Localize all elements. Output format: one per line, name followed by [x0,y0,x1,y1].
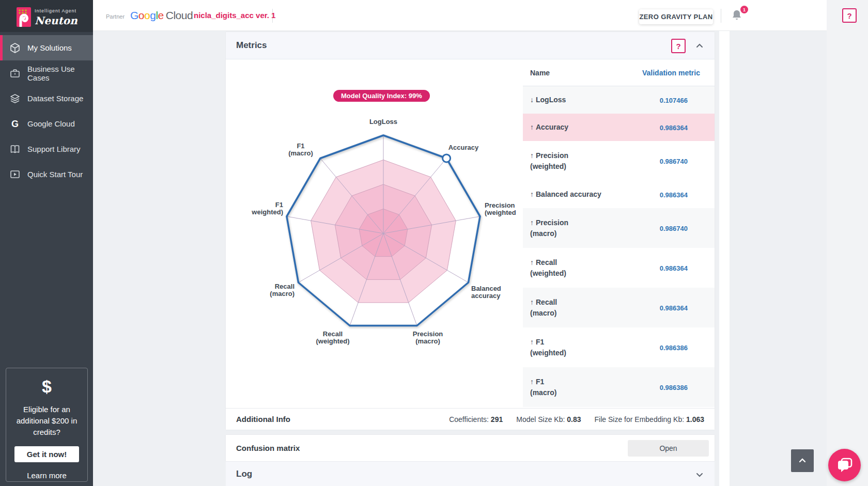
arrow-up-icon: ↑ [530,123,534,131]
radar-axis-label: Recall [323,330,343,338]
radar-axis-label: Balanced [471,285,501,292]
metrics-help-button[interactable]: ? [671,39,686,53]
metric-row: ↑F1(macro)0.986386 [523,367,715,407]
arrow-up-icon: ↑ [530,151,534,160]
notification-badge: 1 [740,6,748,13]
sidebar-item-quick-start-tour[interactable]: Quick Start Tour [0,162,93,187]
metric-row: ↑Recall(macro)0.986364 [523,288,715,327]
radar-axis-label: F1 [275,201,283,209]
neuton-logo[interactable]: Intelligent Agent Neuton [0,0,93,32]
radar-axis-label: weighted) [251,208,283,216]
confusion-matrix-panel: Confusion matrix Open [226,435,715,461]
metric-row: ↑Accuracy0.986364 [523,114,715,141]
brand-tagline: Intelligent Agent [35,8,78,13]
sidebar-nav: My Solutions Business Use Cases Dataset … [0,35,93,187]
sidebar-item-label: Business Use Cases [27,65,93,82]
radar-axis-label: (macro) [415,337,440,345]
dollar-icon: $ [6,377,87,397]
promo-message: Eligible for an additional $200 in credi… [6,397,87,438]
metric-value: 0.986364 [660,191,688,198]
metrics-panel: Metrics ? Model Quality Index: 99% LogLo… [226,32,715,430]
chat-widget-button[interactable] [828,449,861,481]
zero-gravity-plan-button[interactable]: ZERO GRAVITY PLAN [639,9,713,24]
sidebar-item-label: Dataset Storage [27,94,83,103]
chat-bubble-icon [836,457,853,474]
additional-info-item: File Size for Embedding Kb: 1.063 [595,415,704,424]
notifications-button[interactable]: 1 [731,8,746,24]
arrow-up-icon: ↑ [530,338,534,346]
radar-axis-label: (weighted [485,209,516,216]
right-gutter: ? [827,0,868,486]
metric-value: 0.986364 [660,304,688,311]
confusion-matrix-title: Confusion matrix [236,444,300,452]
sidebar-item-support-library[interactable]: Support Library [0,136,93,162]
credits-promo-card: $ Eligible for an additional $200 in cre… [6,368,88,482]
cloud-word: Cloud [166,9,193,21]
brand-name: Neuton [35,14,78,27]
sidebar-item-label: My Solutions [27,43,72,52]
arrow-down-icon: ↓ [530,96,534,104]
radar-axis-label: (weighted) [316,337,350,345]
additional-info-title: Additional Info [236,415,290,424]
metric-value: 0.986364 [660,264,688,272]
chevron-up-icon [798,456,807,465]
sidebar-item-label: Support Library [27,145,81,153]
radar-axis-label: accuracy [471,292,501,300]
top-bar: Partner GoogleCloud nicla_digits_acc ver… [93,0,827,31]
metric-value: 0.986740 [660,224,688,232]
collapse-chevron-up-icon[interactable] [695,42,704,50]
get-it-now-button[interactable]: Get it now! [14,446,79,462]
tour-icon [9,169,21,180]
arrow-up-icon: ↑ [530,258,534,266]
metric-value: 0.986386 [660,343,688,351]
sidebar-item-label: Google Cloud [27,119,75,128]
validation-metric-column-header[interactable]: Validation metric [642,69,700,77]
metric-row: ↑Precision(macro)0.986740 [523,208,715,248]
help-button[interactable]: ? [842,8,857,23]
metric-name: ↓LogLoss [530,95,566,105]
briefcase-icon [9,68,21,79]
google-g-icon: G [9,118,21,130]
log-title: Log [236,469,252,479]
radar-axis-label: Precision [413,330,443,338]
radar-axis-label: Recall [275,283,295,290]
log-panel[interactable]: Log [226,461,715,486]
metric-row: ↑F1(weighted)0.986386 [523,327,715,367]
metric-value: 0.986386 [660,383,688,391]
radar-axis-label: (macro) [288,149,313,157]
name-column-header: Name [530,69,550,77]
radar-axis-label: (macro) [270,290,295,297]
sidebar: Intelligent Agent Neuton My Solutions Bu… [0,0,93,486]
radar-axis-label: F1 [297,142,304,150]
arrow-up-icon: ↑ [530,190,534,198]
metric-name: ↑Recall(macro) [530,297,557,319]
arrow-up-icon: ↑ [530,218,534,227]
metric-row: ↑Precision(weighted)0.986740 [523,141,715,181]
svg-text:G: G [11,119,19,129]
metric-row: ↑Recall(weighted)0.986364 [523,248,715,288]
google-letters: Google [130,9,164,21]
arrow-up-icon: ↑ [530,298,534,306]
vertical-scrollbar[interactable] [719,31,730,486]
metric-value: 0.986364 [660,123,688,131]
additional-info-item: Coefficients: 291 [449,415,503,424]
layers-icon [9,93,21,104]
metric-name: ↑Precision(weighted) [530,150,568,172]
metric-name: ↑Balanced accuracy [530,189,601,200]
radar-chart: LogLossAccuracyPrecision(weightedBalance… [238,75,522,395]
header-divider [721,9,721,23]
sidebar-item-my-solutions[interactable]: My Solutions [0,35,93,60]
metric-name: ↑Precision(macro) [530,217,568,239]
sidebar-item-dataset-storage[interactable]: Dataset Storage [0,86,93,111]
open-confusion-matrix-button[interactable]: Open [628,440,709,457]
metric-value: 0.107466 [660,96,688,104]
expand-chevron-down-icon[interactable] [695,471,704,479]
additional-info-items: Coefficients: 291Model Size Kb: 0.83File… [449,415,704,424]
learn-more-link[interactable]: Learn more [6,471,87,480]
additional-info-row: Additional Info Coefficients: 291Model S… [226,408,715,430]
sidebar-item-business-use-cases[interactable]: Business Use Cases [0,60,93,86]
google-cloud-logo: GoogleCloud [130,9,193,22]
metrics-title: Metrics [236,40,267,51]
sidebar-item-google-cloud[interactable]: G Google Cloud [0,111,93,136]
scroll-to-top-button[interactable] [791,449,814,472]
